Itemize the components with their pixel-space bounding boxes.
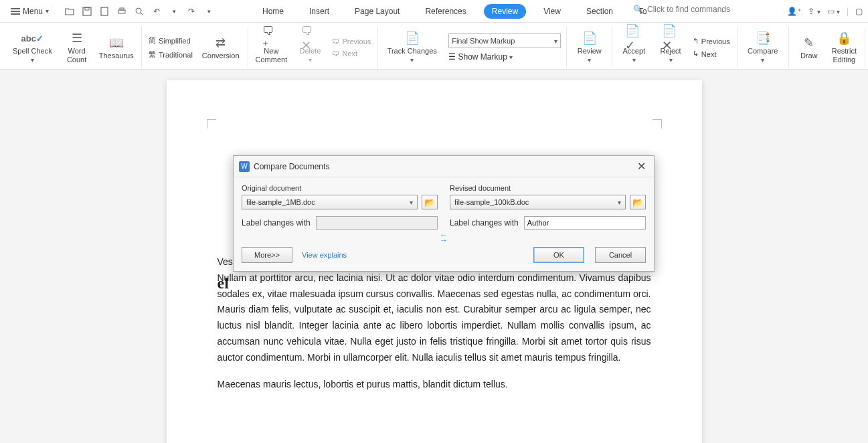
accept-icon: 📄✓ (625, 31, 642, 46)
svg-rect-3 (118, 10, 125, 13)
collapse-ribbon-icon[interactable]: ▢ (855, 7, 863, 16)
show-markup-icon: ☰ (448, 52, 456, 62)
review-button[interactable]: 📄 Review ▾ (572, 31, 606, 64)
ok-button[interactable]: OK (533, 247, 584, 263)
word-count-button[interactable]: ☰ Word Count (62, 31, 92, 64)
original-doc-combo[interactable]: file-sample_1MB.doc▾ (242, 195, 418, 209)
chevron-down-icon: ▾ (46, 7, 49, 15)
label-changes-label: Label changes with (242, 218, 311, 228)
conversion-button[interactable]: ⇄ Conversion (199, 35, 242, 60)
original-label-input[interactable] (316, 216, 438, 230)
prev-change-button[interactable]: ↰ Previous (691, 36, 731, 46)
next-change-icon: ↳ (693, 50, 699, 58)
cancel-button[interactable]: Cancel (595, 247, 646, 263)
next-comment-button[interactable]: 🗨 Next (331, 49, 372, 58)
revised-doc-combo[interactable]: file-sample_100kB.doc▾ (450, 195, 626, 209)
tab-section[interactable]: Section (578, 4, 621, 19)
simplified-icon: 简 (149, 35, 156, 46)
search-icon: 🔍 (633, 5, 643, 14)
svg-rect-1 (85, 7, 89, 10)
original-doc-label: Original document (242, 184, 438, 192)
margin-corner (207, 119, 216, 128)
reject-button[interactable]: 📄✕ Reject ▾ (655, 31, 686, 64)
open-icon[interactable] (64, 5, 76, 17)
accept-button[interactable]: 📄✓ Accept ▾ (618, 31, 650, 64)
track-changes-button[interactable]: 📄 Track Changes ▾ (383, 31, 440, 64)
revised-label-input[interactable] (524, 216, 646, 230)
dialog-title: Compare Documents (254, 162, 329, 171)
save-icon[interactable] (81, 5, 93, 17)
thesaurus-icon: 📖 (108, 35, 125, 50)
label-changes-label: Label changes with (450, 218, 519, 228)
draw-button[interactable]: ✎ Draw (794, 35, 824, 60)
menu-label: Menu (23, 7, 43, 16)
svg-point-5 (136, 8, 141, 13)
thesaurus-button[interactable]: 📖 Thesaurus (97, 35, 136, 60)
conversion-icon: ⇄ (212, 35, 230, 50)
comment-icon: 🗨⁺ (262, 31, 280, 46)
tab-review[interactable]: Review (484, 4, 526, 19)
simplified-button[interactable]: 简 Simplified (147, 35, 194, 46)
lock-icon: 🔒 (835, 31, 853, 46)
user-icon[interactable]: 👤⁺ (787, 7, 801, 16)
command-search[interactable]: 🔍 (633, 5, 768, 14)
svg-rect-4 (120, 8, 124, 10)
pdf-icon[interactable] (98, 5, 110, 17)
review-icon: 📄 (581, 31, 598, 46)
abc-icon: abc✓ (23, 31, 41, 46)
tab-view[interactable]: View (535, 4, 569, 19)
more-button[interactable]: More>> (242, 247, 292, 263)
svg-rect-2 (101, 7, 108, 15)
folder-icon: 📂 (424, 197, 435, 207)
tab-insert[interactable]: Insert (301, 4, 337, 19)
hamburger-icon (11, 8, 20, 15)
next-icon: 🗨 (332, 50, 339, 58)
swap-documents-button[interactable]: ←→ (440, 232, 448, 244)
traditional-icon: 繁 (149, 50, 156, 60)
draw-icon: ✎ (800, 35, 818, 50)
search-input[interactable] (647, 5, 768, 14)
svg-rect-0 (83, 7, 91, 15)
redo-icon[interactable]: ↷ (185, 5, 197, 17)
restrict-editing-button[interactable]: 🔒 Restrict Editing (829, 31, 859, 64)
view-explains-link[interactable]: View explains (302, 251, 347, 259)
print-icon[interactable] (116, 5, 128, 17)
reject-icon: 📄✕ (662, 31, 679, 46)
revised-doc-browse[interactable]: 📂 (630, 195, 646, 209)
prev-comment-button[interactable]: 🗨 Previous (331, 37, 372, 46)
tab-home[interactable]: Home (254, 4, 292, 19)
menu-button[interactable]: Menu ▾ (5, 4, 54, 19)
chevron-down-icon[interactable]: ▾ (203, 5, 215, 17)
partial-text: el (218, 274, 229, 292)
prev-change-icon: ↰ (693, 37, 699, 46)
word-count-icon: ☰ (68, 31, 86, 46)
spell-check-button[interactable]: abc✓ Spell Check ▾ (8, 31, 57, 64)
prev-icon: 🗨 (332, 37, 339, 46)
print-preview-icon[interactable] (133, 5, 145, 17)
paragraph[interactable]: Maecenas mauris lectus, lobortis et puru… (218, 377, 651, 393)
margin-corner (653, 119, 662, 128)
next-change-button[interactable]: ↳ Next (691, 49, 731, 59)
share-icon[interactable]: ⇪ ▾ (808, 7, 820, 16)
new-comment-button[interactable]: 🗨⁺ New Comment (254, 31, 290, 64)
layout-icon[interactable]: ▭ ▾ (827, 7, 840, 16)
close-icon[interactable]: ✕ (634, 160, 648, 173)
show-markup-button[interactable]: ☰ Show Markup ▾ (448, 52, 561, 62)
traditional-button[interactable]: 繁 Traditional (147, 49, 194, 60)
delete-comment-icon: 🗨✕ (301, 31, 319, 46)
original-doc-browse[interactable]: 📂 (422, 195, 438, 209)
folder-icon: 📂 (632, 197, 643, 207)
app-icon: W (239, 161, 250, 172)
compare-icon: 📑 (754, 31, 772, 46)
track-changes-icon: 📄 (404, 31, 421, 46)
compare-documents-dialog: W Compare Documents ✕ Original document … (233, 155, 655, 272)
chevron-down-icon[interactable]: ▾ (168, 5, 180, 17)
delete-comment-button[interactable]: 🗨✕ Delete ▾ (294, 31, 325, 64)
undo-icon[interactable]: ↶ (151, 5, 163, 17)
tab-page-layout[interactable]: Page Layout (347, 4, 408, 19)
tab-references[interactable]: References (417, 4, 474, 19)
revised-doc-label: Revised document (450, 184, 646, 192)
markup-display-combo[interactable]: Final Show Markup▾ (448, 33, 561, 48)
compare-button[interactable]: 📑 Compare ▾ (743, 31, 783, 64)
